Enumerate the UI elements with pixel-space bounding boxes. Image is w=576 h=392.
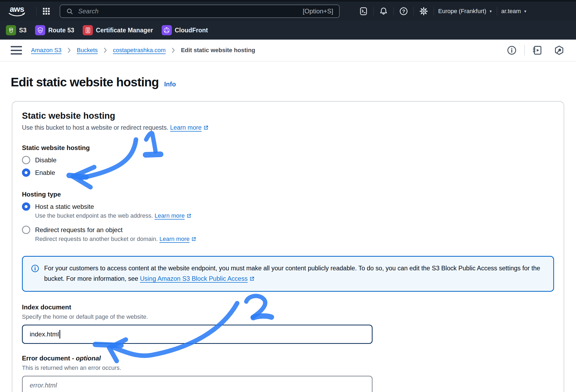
account-menu[interactable]: ar.team ▼ — [501, 8, 527, 15]
search-icon — [66, 8, 73, 15]
route53-service-icon: 53 — [35, 25, 45, 35]
favorite-label: S3 — [19, 27, 26, 34]
info-icon — [31, 264, 39, 273]
radio-option-host-static-website[interactable]: Host a static website — [22, 202, 554, 211]
main-content: Edit static website hosting Info Static … — [0, 75, 576, 392]
error-document-input[interactable] — [22, 376, 373, 392]
error-document-label: Error document - optional — [22, 355, 554, 362]
divider — [524, 45, 525, 56]
hamburger-menu-icon[interactable] — [11, 46, 22, 55]
external-link-icon — [187, 213, 191, 220]
settings-gear-icon[interactable] — [418, 6, 429, 17]
favorite-cloudfront[interactable]: CloudFront — [162, 25, 208, 35]
radio-button-enable-selected[interactable] — [22, 168, 30, 177]
host-static-description: Use the bucket endpoint as the web addre… — [35, 212, 554, 220]
nav-divider — [36, 7, 37, 16]
breadcrumb-current: Edit static website hosting — [181, 47, 255, 54]
learn-more-link[interactable]: Learn more — [160, 236, 190, 242]
apps-grid-icon[interactable] — [41, 6, 52, 17]
aws-logo[interactable]: aws — [7, 6, 26, 17]
radio-option-redirect-requests[interactable]: Redirect requests for an object — [22, 226, 554, 234]
learn-more-link[interactable]: Learn more — [170, 124, 202, 131]
favorite-label: Certificate Manager — [96, 27, 153, 34]
nav-divider — [414, 7, 414, 16]
favorite-route53[interactable]: 53 Route 53 — [35, 25, 74, 35]
account-label: ar.team — [501, 8, 521, 15]
breadcrumb-bar: Amazon S3 Buckets costapetrashka.com Edi… — [0, 40, 576, 62]
external-link-icon — [191, 236, 196, 243]
chevron-right-icon — [172, 47, 175, 53]
svg-text:53: 53 — [39, 29, 41, 32]
breadcrumb-link-amazon-s3[interactable]: Amazon S3 — [31, 47, 62, 54]
radio-button-redirect[interactable] — [22, 226, 30, 234]
radio-option-disable[interactable]: Disable — [22, 156, 554, 164]
cloudshell-icon[interactable] — [358, 6, 369, 17]
search-shortcut-hint: [Option+S] — [303, 7, 333, 15]
nav-divider — [434, 7, 434, 16]
nav-divider — [497, 7, 497, 16]
breadcrumb-link-buckets[interactable]: Buckets — [77, 47, 98, 54]
hosting-type-label: Hosting type — [22, 191, 554, 198]
region-selector[interactable]: Europe (Frankfurt) ▼ — [438, 8, 492, 15]
static-website-hosting-panel: Static website hosting Use this bucket t… — [12, 101, 564, 392]
aws-smile-icon — [8, 13, 26, 17]
external-link-icon — [249, 274, 255, 285]
learn-more-link[interactable]: Learn more — [154, 212, 185, 219]
external-link-icon — [203, 125, 209, 132]
nav-divider — [393, 7, 394, 16]
chevron-down-icon: ▼ — [524, 9, 527, 13]
index-document-value: index.html — [30, 330, 59, 338]
region-label: Europe (Frankfurt) — [438, 8, 486, 15]
index-document-label: Index document — [22, 303, 554, 311]
radio-button-host-static-selected[interactable] — [22, 202, 30, 211]
text-cursor — [59, 330, 60, 339]
chevron-right-icon — [104, 47, 107, 53]
aws-logo-text: aws — [10, 6, 24, 13]
favorite-label: CloudFront — [175, 27, 208, 34]
optional-suffix: - optional — [72, 355, 101, 362]
svg-text:?: ? — [402, 9, 405, 14]
public-access-info-alert: For your customers to access content at … — [22, 256, 554, 292]
index-document-description: Specify the home or default page of the … — [22, 313, 554, 320]
nav-divider — [373, 7, 374, 16]
info-icon[interactable] — [506, 44, 518, 56]
favorite-certificate-manager[interactable]: Certificate Manager — [83, 25, 153, 35]
tutorials-notebook-icon[interactable] — [531, 44, 543, 56]
top-navigation-bar: aws [Option+S] — [0, 0, 576, 21]
page-title: Edit static website hosting — [11, 75, 159, 89]
alert-text: For your customers to access content at … — [44, 263, 545, 285]
favorite-s3[interactable]: S3 — [6, 25, 26, 35]
global-search[interactable]: [Option+S] — [60, 5, 340, 18]
chevron-right-icon — [67, 47, 71, 53]
radio-button-disable[interactable] — [22, 156, 30, 164]
nav-right-group: ? Europe (Frankfurt) ▼ ar.team ▼ — [350, 6, 527, 17]
block-public-access-link[interactable]: Using Amazon S3 Block Public Access — [140, 275, 248, 282]
favorite-label: Route 53 — [48, 27, 74, 34]
help-icon[interactable]: ? — [398, 6, 409, 17]
error-document-description: This is returned when an error occurs. — [22, 364, 554, 371]
cloudfront-service-icon — [162, 25, 172, 35]
panel-description: Use this bucket to host a website or red… — [22, 124, 554, 132]
panel-heading: Static website hosting — [22, 111, 554, 121]
certificate-manager-service-icon — [83, 25, 93, 35]
toggle-group-label: Static website hosting — [22, 144, 554, 152]
search-input[interactable] — [78, 7, 298, 15]
notifications-bell-icon[interactable] — [378, 6, 389, 17]
breadcrumb-actions — [506, 44, 565, 56]
chevron-down-icon: ▼ — [489, 9, 492, 13]
redirect-description: Redirect requests to another bucket or d… — [35, 236, 554, 243]
s3-service-icon — [6, 25, 16, 35]
favorites-bar: S3 53 Route 53 Certificate Manager — [0, 21, 576, 40]
info-link[interactable]: Info — [164, 80, 176, 88]
cloudshell-hexagon-icon[interactable] — [553, 44, 565, 56]
index-document-input[interactable]: index.html — [22, 325, 373, 344]
breadcrumb-link-bucket-name[interactable]: costapetrashka.com — [113, 47, 166, 54]
radio-option-enable[interactable]: Enable — [22, 168, 554, 177]
breadcrumb: Amazon S3 Buckets costapetrashka.com Edi… — [31, 47, 255, 54]
